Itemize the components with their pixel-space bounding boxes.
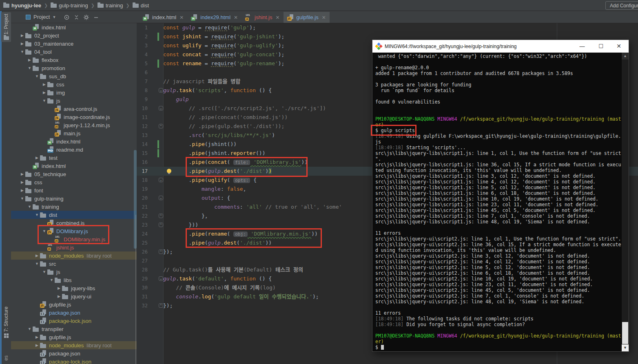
- fold-end-icon[interactable]: ⌃: [159, 303, 163, 308]
- chevron-expanded-icon[interactable]: ▼: [27, 205, 33, 209]
- tab-index.html[interactable]: Hindex.html✕: [139, 12, 187, 23]
- chevron-collapsed-icon[interactable]: ▶: [19, 42, 25, 46]
- collapse-all-icon[interactable]: [73, 14, 80, 20]
- tree-item-package-lock.json[interactable]: {}package-lock.json: [11, 357, 137, 364]
- chevron-expanded-icon[interactable]: ▼: [34, 262, 40, 266]
- tree-item-gulpfile.js[interactable]: ▶gulpfile.js: [11, 333, 137, 341]
- tree-item-node_modules[interactable]: ▶node_moduleslibrary root: [11, 341, 137, 349]
- tree-item-js[interactable]: ▼js: [11, 97, 137, 105]
- chevron-expanded-icon[interactable]: ▼: [34, 74, 40, 78]
- fold-collapse-icon[interactable]: ⌄: [159, 178, 163, 182]
- chevron-collapsed-icon[interactable]: ▶: [34, 254, 40, 258]
- breadcrumb-item[interactable]: dist: [133, 2, 149, 9]
- chevron-expanded-icon[interactable]: ▼: [49, 278, 55, 282]
- tree-item-sus_db[interactable]: ▼sus_db: [11, 72, 137, 80]
- close-tab-icon[interactable]: ✕: [322, 15, 326, 20]
- terminal-title-bar[interactable]: MINGW64:/f/workspace_git/hyungju-lee/gul…: [372, 40, 629, 53]
- close-tab-icon[interactable]: ✕: [179, 15, 184, 20]
- fold-end-icon[interactable]: ⌃: [159, 223, 163, 227]
- tree-item-css[interactable]: ▶css: [11, 80, 137, 88]
- chevron-expanded-icon[interactable]: ▼: [41, 99, 47, 103]
- tree-item-jquery-libs[interactable]: ▶jquery-libs: [11, 284, 137, 292]
- tree-item-flexbox[interactable]: ▶flexbox: [11, 56, 137, 64]
- breadcrumb-item[interactable]: gulp-training: [51, 2, 88, 9]
- tree-item-libs[interactable]: ▼libs: [11, 276, 137, 284]
- breadcrumb-item[interactable]: hyungju-lee: [3, 2, 41, 9]
- tree-item-js[interactable]: ▼js: [11, 268, 137, 276]
- tree-item-jquery-ui[interactable]: ▶jquery-ui: [11, 292, 137, 300]
- tree-item-package-lock.json[interactable]: {}package-lock.json: [11, 317, 137, 325]
- scrollbar-thumb[interactable]: [622, 322, 628, 344]
- tool-button-structure[interactable]: 7: Structure: [1, 307, 11, 338]
- tree-item-03_maintenance[interactable]: ▶03_maintenance: [11, 40, 137, 48]
- tree-item-jshint.js[interactable]: 101JSjshint.js: [11, 243, 137, 251]
- tree-item-02_project[interactable]: ▶02_project: [11, 31, 137, 40]
- breadcrumb-item[interactable]: training: [97, 2, 123, 9]
- tree-item-test[interactable]: ▶test: [11, 154, 137, 162]
- tool-button-project[interactable]: 1: Project: [1, 12, 11, 42]
- fold-end-icon[interactable]: ⌃: [159, 249, 163, 254]
- chevron-expanded-icon[interactable]: ▼: [27, 327, 33, 331]
- fold-end-icon[interactable]: ⌃: [159, 214, 163, 218]
- maximize-button[interactable]: ☐: [592, 40, 610, 53]
- tree-item-index.html[interactable]: Hindex.html: [11, 137, 137, 146]
- minimize-button[interactable]: —: [573, 40, 591, 53]
- tree-item-img[interactable]: ▶img: [11, 88, 137, 97]
- close-button[interactable]: ✕: [610, 40, 628, 53]
- locate-icon[interactable]: [64, 14, 70, 20]
- project-tree-scrollbar-track[interactable]: [135, 215, 136, 364]
- terminal-output[interactable]: wanted {"os":"darwin","arch":"any"} (cur…: [372, 53, 629, 351]
- scroll-up-icon[interactable]: ▲: [622, 53, 629, 60]
- hide-panel-icon[interactable]: [93, 14, 99, 20]
- tree-item-jquery-1.12.4.min.js[interactable]: 101JSjquery-1.12.4.min.js: [11, 121, 137, 129]
- tab-gulpfile.js[interactable]: JSgulpfile.js✕: [284, 12, 330, 23]
- tree-item-readme.md[interactable]: MDreadme.md: [11, 146, 137, 154]
- fold-collapse-icon[interactable]: ⌄: [159, 106, 163, 110]
- tree-item-promotion[interactable]: ▼promotion: [11, 64, 137, 72]
- tree-item-training[interactable]: ▼training: [11, 203, 137, 211]
- fold-end-icon[interactable]: ⌃: [159, 124, 163, 128]
- tree-item-image-coordinate.js[interactable]: JSimage-coordinate.js: [11, 113, 137, 121]
- chevron-expanded-icon[interactable]: ▼: [34, 213, 40, 217]
- tree-item-gulp-training[interactable]: ▼gulp-training: [11, 194, 137, 203]
- tab-index29.html[interactable]: Hindex29.html✕: [187, 12, 241, 23]
- tree-item-index.html[interactable]: Hindex.html: [11, 23, 137, 31]
- chevron-collapsed-icon[interactable]: ▶: [34, 156, 40, 160]
- chevron-collapsed-icon[interactable]: ▶: [19, 33, 25, 38]
- chevron-expanded-icon[interactable]: ▼: [41, 270, 47, 274]
- chevron-collapsed-icon[interactable]: ▶: [41, 82, 47, 86]
- fold-collapse-icon[interactable]: ⌄: [159, 276, 163, 281]
- chevron-collapsed-icon[interactable]: ▶: [19, 188, 25, 192]
- chevron-collapsed-icon[interactable]: ▶: [56, 286, 62, 290]
- chevron-expanded-icon[interactable]: ▼: [19, 50, 25, 54]
- close-tab-icon[interactable]: ✕: [234, 15, 238, 20]
- chevron-collapsed-icon[interactable]: ▶: [34, 343, 40, 347]
- chevron-collapsed-icon[interactable]: ▶: [19, 180, 25, 184]
- tree-item-font[interactable]: ▶font: [11, 186, 137, 194]
- tree-item-05_technique[interactable]: ▶05_technique: [11, 170, 137, 178]
- chevron-down-icon[interactable]: ▼: [52, 15, 56, 19]
- chevron-collapsed-icon[interactable]: ▶: [41, 90, 47, 95]
- chevron-expanded-icon[interactable]: ▼: [19, 196, 25, 201]
- add-configuration-button[interactable]: Add Configura: [605, 1, 638, 10]
- tool-button-partial[interactable]: es: [1, 355, 11, 361]
- project-panel-title[interactable]: Project: [33, 14, 50, 20]
- tab-jshint.js[interactable]: 101JSjshint.js✕: [241, 12, 283, 23]
- tree-item-css[interactable]: ▶css: [11, 178, 137, 186]
- tree-item-index.html[interactable]: Hindex.html: [11, 162, 137, 170]
- tree-item-gulpfile.js[interactable]: JSgulpfile.js: [11, 300, 137, 309]
- tree-item-package.json[interactable]: {}package.json: [11, 309, 137, 317]
- tree-item-dist[interactable]: ▼dist: [11, 211, 137, 219]
- tree-item-transpiler[interactable]: ▼transpiler: [11, 325, 137, 333]
- chevron-collapsed-icon[interactable]: ▶: [34, 335, 40, 339]
- gear-icon[interactable]: [83, 14, 89, 20]
- terminal-scrollbar[interactable]: ▲ ▼: [622, 53, 629, 351]
- chevron-collapsed-icon[interactable]: ▶: [19, 172, 25, 176]
- fold-collapse-icon[interactable]: ⌄: [159, 88, 163, 93]
- code-line[interactable]: 1const gulp = require('gulp');: [137, 23, 638, 32]
- scroll-down-icon[interactable]: ▼: [622, 344, 629, 351]
- tree-item-src[interactable]: ▼src: [11, 260, 137, 268]
- tree-item-area-control.js[interactable]: JSarea-control.js: [11, 105, 137, 113]
- tree-item-package.json[interactable]: {}package.json: [11, 349, 137, 357]
- chevron-collapsed-icon[interactable]: ▶: [27, 58, 33, 62]
